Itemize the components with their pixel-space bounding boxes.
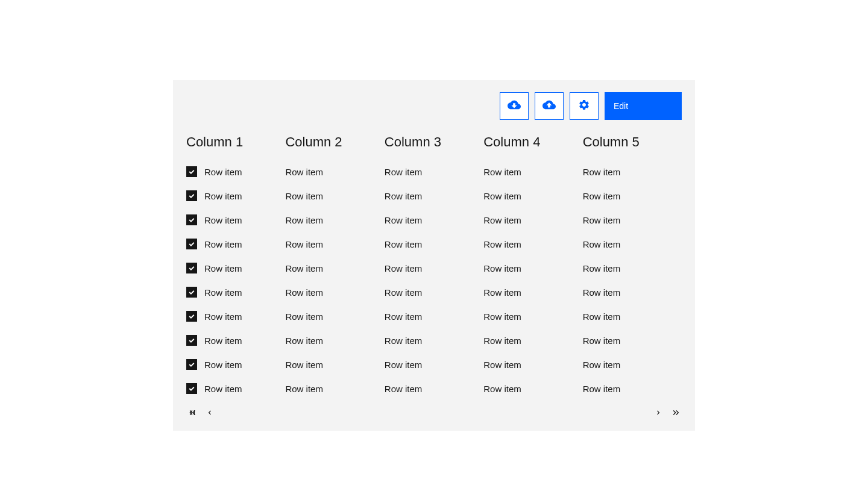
chevron-right-icon: [654, 408, 662, 419]
table-cell: Row item: [583, 376, 682, 401]
cell-text: Row item: [483, 336, 521, 346]
cell-text: Row item: [204, 287, 242, 298]
next-page-button[interactable]: [654, 408, 662, 420]
cell-text: Row item: [204, 263, 242, 273]
cell-text: Row item: [385, 287, 423, 298]
cell-text: Row item: [583, 384, 621, 394]
cell-text: Row item: [285, 336, 323, 346]
data-table: Column 1Row itemRow itemRow itemRow item…: [186, 134, 682, 401]
cell-text: Row item: [385, 311, 423, 322]
table-column: Column 4Row itemRow itemRow itemRow item…: [483, 134, 582, 401]
table-cell: Row item: [385, 208, 483, 232]
cell-text: Row item: [204, 336, 242, 346]
cell-text: Row item: [285, 167, 323, 177]
first-page-button[interactable]: [187, 408, 197, 420]
cell-text: Row item: [483, 239, 521, 249]
row-checkbox[interactable]: [186, 263, 197, 273]
cell-text: Row item: [385, 384, 423, 394]
toolbar: Edit: [186, 92, 682, 120]
chevron-double-left-icon: [187, 408, 197, 420]
cell-text: Row item: [483, 384, 521, 394]
cell-text: Row item: [385, 360, 423, 370]
table-cell: Row item: [483, 256, 582, 280]
cell-text: Row item: [483, 360, 521, 370]
upload-button[interactable]: [535, 92, 564, 120]
cell-text: Row item: [583, 191, 621, 201]
check-icon: [188, 311, 195, 322]
cell-text: Row item: [204, 167, 242, 177]
row-checkbox[interactable]: [186, 166, 197, 177]
check-icon: [188, 384, 195, 394]
table-cell: Row item: [186, 184, 285, 208]
table-cell: Row item: [186, 304, 285, 328]
column-header: Column 3: [385, 134, 483, 150]
table-cell: Row item: [483, 352, 582, 376]
cell-text: Row item: [285, 191, 323, 201]
last-page-button[interactable]: [671, 408, 681, 420]
row-checkbox[interactable]: [186, 335, 197, 346]
table-cell: Row item: [583, 328, 682, 352]
row-checkbox[interactable]: [186, 239, 197, 249]
cell-text: Row item: [583, 311, 621, 322]
table-cell: Row item: [285, 376, 384, 401]
prev-page-button[interactable]: [206, 408, 214, 420]
row-checkbox[interactable]: [186, 311, 197, 322]
cell-text: Row item: [385, 336, 423, 346]
table-cell: Row item: [385, 376, 483, 401]
row-checkbox[interactable]: [186, 287, 197, 298]
cell-text: Row item: [285, 287, 323, 298]
edit-button[interactable]: Edit: [605, 92, 682, 120]
table-cell: Row item: [583, 232, 682, 256]
cell-text: Row item: [385, 191, 423, 201]
cloud-upload-icon: [542, 98, 556, 114]
row-checkbox[interactable]: [186, 359, 197, 370]
table-cell: Row item: [186, 160, 285, 184]
table-cell: Row item: [285, 160, 384, 184]
cell-text: Row item: [583, 287, 621, 298]
table-cell: Row item: [385, 184, 483, 208]
table-cell: Row item: [583, 160, 682, 184]
row-checkbox[interactable]: [186, 383, 197, 394]
check-icon: [188, 336, 195, 346]
table-cell: Row item: [385, 352, 483, 376]
cell-text: Row item: [285, 215, 323, 225]
column-header: Column 1: [186, 134, 285, 150]
pagination-left: [187, 408, 214, 420]
row-checkbox[interactable]: [186, 190, 197, 201]
download-button[interactable]: [500, 92, 529, 120]
settings-button[interactable]: [570, 92, 599, 120]
table-cell: Row item: [186, 232, 285, 256]
row-checkbox[interactable]: [186, 214, 197, 225]
cell-text: Row item: [483, 311, 521, 322]
table-cell: Row item: [483, 208, 582, 232]
table-cell: Row item: [583, 184, 682, 208]
table-cell: Row item: [186, 328, 285, 352]
table-cell: Row item: [583, 280, 682, 304]
cell-text: Row item: [483, 215, 521, 225]
cell-text: Row item: [583, 360, 621, 370]
table-cell: Row item: [186, 280, 285, 304]
table-cell: Row item: [483, 328, 582, 352]
table-cell: Row item: [385, 232, 483, 256]
column-header: Column 4: [483, 134, 582, 150]
cell-text: Row item: [483, 167, 521, 177]
cell-text: Row item: [285, 239, 323, 249]
gear-icon: [578, 99, 590, 113]
table-cell: Row item: [285, 208, 384, 232]
cell-text: Row item: [204, 384, 242, 394]
table-cell: Row item: [583, 208, 682, 232]
cell-text: Row item: [385, 167, 423, 177]
cell-text: Row item: [285, 263, 323, 273]
table-cell: Row item: [385, 304, 483, 328]
table-cell: Row item: [483, 160, 582, 184]
table-cell: Row item: [483, 184, 582, 208]
cell-text: Row item: [583, 215, 621, 225]
cell-text: Row item: [583, 336, 621, 346]
cell-text: Row item: [483, 263, 521, 273]
table-cell: Row item: [385, 256, 483, 280]
table-column: Column 1Row itemRow itemRow itemRow item…: [186, 134, 285, 401]
cloud-download-icon: [508, 98, 521, 114]
table-cell: Row item: [285, 184, 384, 208]
column-header: Column 2: [285, 134, 384, 150]
table-cell: Row item: [285, 304, 384, 328]
